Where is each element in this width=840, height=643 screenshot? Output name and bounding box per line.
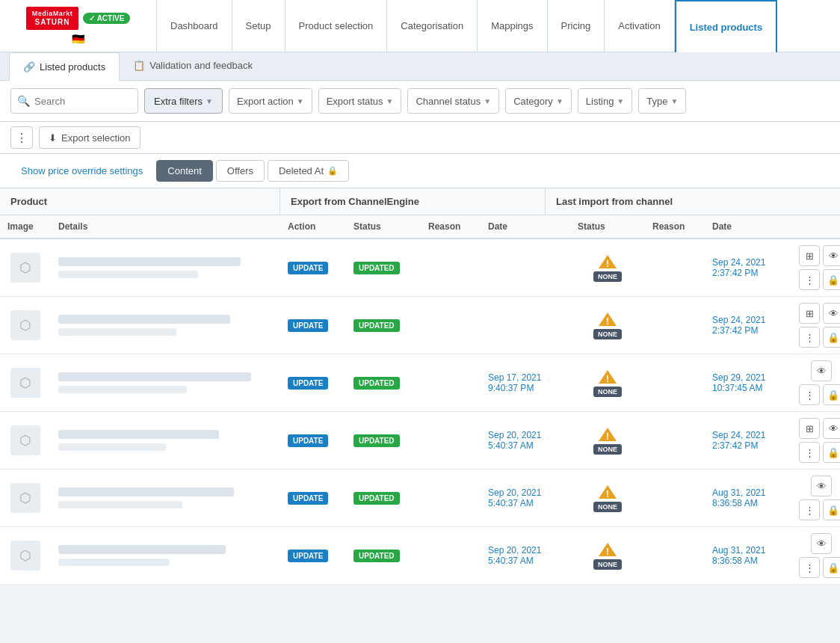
export-selection-button[interactable]: ⬇ Export selection — [39, 126, 140, 149]
eye-button[interactable]: 👁 — [811, 360, 832, 381]
cell-export-reason — [421, 262, 481, 274]
more-row-button[interactable]: ⋮ — [799, 384, 820, 405]
cell-import-status: ! NONE — [570, 363, 645, 403]
product-title — [58, 430, 219, 439]
none-badge: NONE — [593, 502, 622, 512]
more-options-button[interactable]: ⋮ — [10, 126, 33, 149]
cell-details — [51, 309, 280, 342]
product-thumbnail: ⬡ — [10, 541, 40, 570]
lock-row-button[interactable]: 🔒 — [823, 557, 840, 578]
status-badge: UPDATED — [353, 492, 400, 505]
action-badge: UPDATE — [288, 262, 328, 274]
more-row-button[interactable]: ⋮ — [799, 442, 820, 463]
cell-import-date: Aug 31, 2021 8:36:58 AM — [705, 482, 794, 514]
offers-tab[interactable]: Offers — [216, 160, 265, 182]
status-badge: UPDATED — [353, 377, 400, 390]
col-date2-header: Date — [705, 215, 794, 238]
grid-view-button[interactable]: ⊞ — [799, 303, 820, 324]
content-tab[interactable]: Content — [156, 160, 213, 182]
more-row-button[interactable]: ⋮ — [799, 269, 820, 290]
status-badge: UPDATED — [353, 550, 400, 562]
nav-tab-product-selection[interactable]: Product selection — [285, 0, 388, 52]
product-title — [58, 545, 226, 554]
extra-filters-button[interactable]: Extra filters ▼ — [144, 88, 223, 114]
cell-image: ⬡ — [0, 247, 51, 289]
svg-text:!: ! — [606, 259, 609, 269]
cell-export-date — [481, 262, 570, 274]
product-thumbnail: ⬡ — [10, 253, 40, 283]
eye-button[interactable]: 👁 — [823, 418, 840, 439]
cell-export-status: UPDATED — [346, 428, 421, 453]
product-thumbnail: ⬡ — [10, 310, 40, 340]
warning-status: ! NONE — [578, 426, 637, 455]
type-dropdown[interactable]: Type ▼ — [638, 88, 686, 114]
cell-import-reason — [645, 262, 705, 274]
cell-row-actions: ⊞ 👁 ⋮ 🔒 — [794, 412, 840, 469]
cell-export-reason — [421, 377, 481, 389]
cell-export-date: Sep 20, 2021 5:40:37 AM — [481, 539, 570, 572]
action-badge: UPDATE — [288, 550, 328, 562]
product-subtitle — [58, 271, 198, 278]
cell-image: ⬡ — [0, 304, 51, 346]
warning-triangle-icon: ! — [598, 369, 617, 385]
nav-tab-activation[interactable]: Activation — [605, 0, 674, 52]
cell-action: UPDATE — [280, 313, 346, 338]
cell-export-reason — [421, 434, 481, 446]
chevron-down-icon: ▼ — [297, 97, 304, 105]
product-title — [58, 315, 230, 324]
col-status-header: Status — [346, 215, 421, 238]
chevron-down-icon: ▼ — [206, 97, 213, 105]
product-subtitle — [58, 386, 187, 393]
lock-row-button[interactable]: 🔒 — [823, 327, 840, 348]
svg-text:!: ! — [606, 489, 609, 499]
nav-tab-pricing[interactable]: Pricing — [548, 0, 605, 52]
cell-details — [51, 251, 280, 284]
show-price-override-tab[interactable]: Show price override settings — [10, 161, 153, 181]
col-date-header: Date — [481, 215, 570, 238]
chevron-down-icon: ▼ — [617, 97, 624, 105]
search-input[interactable] — [34, 96, 132, 107]
cell-image: ⬡ — [0, 477, 51, 519]
nav-tab-listed-products[interactable]: Listed products — [675, 0, 778, 52]
active-badge: ✓ ACTIVE — [83, 13, 130, 24]
nav-tab-mappings[interactable]: Mappings — [478, 0, 547, 52]
lock-row-button[interactable]: 🔒 — [823, 442, 840, 463]
more-row-button[interactable]: ⋮ — [799, 557, 820, 578]
action-badge: UPDATE — [288, 434, 328, 447]
export-status-dropdown[interactable]: Export status ▼ — [318, 88, 402, 114]
nav-tab-categorisation[interactable]: Categorisation — [387, 0, 478, 52]
export-action-dropdown[interactable]: Export action ▼ — [229, 88, 312, 114]
eye-button[interactable]: 👁 — [811, 533, 832, 554]
cell-import-reason — [645, 319, 705, 331]
sub-tab-listed-products[interactable]: 🔗 Listed products — [9, 52, 120, 81]
deleted-at-tab[interactable]: Deleted At 🔒 — [268, 160, 349, 182]
category-dropdown[interactable]: Category ▼ — [505, 88, 572, 114]
action-badge: UPDATE — [288, 492, 328, 505]
grid-view-button[interactable]: ⊞ — [799, 418, 820, 439]
group-header-product: Product — [0, 188, 280, 215]
lock-row-button[interactable]: 🔒 — [823, 384, 840, 405]
table-row: ⬡ UPDATE UPDATED ! NONE Sep 24, 2021 — [0, 297, 840, 354]
warning-triangle-icon: ! — [598, 541, 617, 558]
more-row-button[interactable]: ⋮ — [799, 499, 820, 520]
chevron-down-icon: ▼ — [670, 97, 678, 105]
cell-details — [51, 539, 280, 572]
grid-view-button[interactable]: ⊞ — [799, 245, 820, 266]
product-subtitle — [58, 328, 176, 336]
product-subtitle — [58, 443, 166, 451]
eye-button[interactable]: 👁 — [823, 245, 840, 266]
channel-status-dropdown[interactable]: Channel status ▼ — [407, 88, 499, 114]
lock-row-button[interactable]: 🔒 — [823, 499, 840, 520]
sub-tab-validation[interactable]: 📋 Validation and feedback — [120, 52, 266, 80]
more-row-button[interactable]: ⋮ — [799, 327, 820, 348]
product-title — [58, 257, 241, 266]
warning-triangle-icon: ! — [598, 484, 617, 500]
eye-button[interactable]: 👁 — [811, 476, 832, 496]
nav-tab-dashboard[interactable]: Dashboard — [157, 0, 232, 52]
cell-export-status: UPDATED — [346, 486, 421, 511]
lock-row-button[interactable]: 🔒 — [823, 269, 840, 290]
cell-import-date: Sep 29, 2021 10:37:45 AM — [705, 366, 794, 399]
eye-button[interactable]: 👁 — [823, 303, 840, 324]
listing-dropdown[interactable]: Listing ▼ — [578, 88, 632, 114]
nav-tab-setup[interactable]: Setup — [232, 0, 285, 52]
